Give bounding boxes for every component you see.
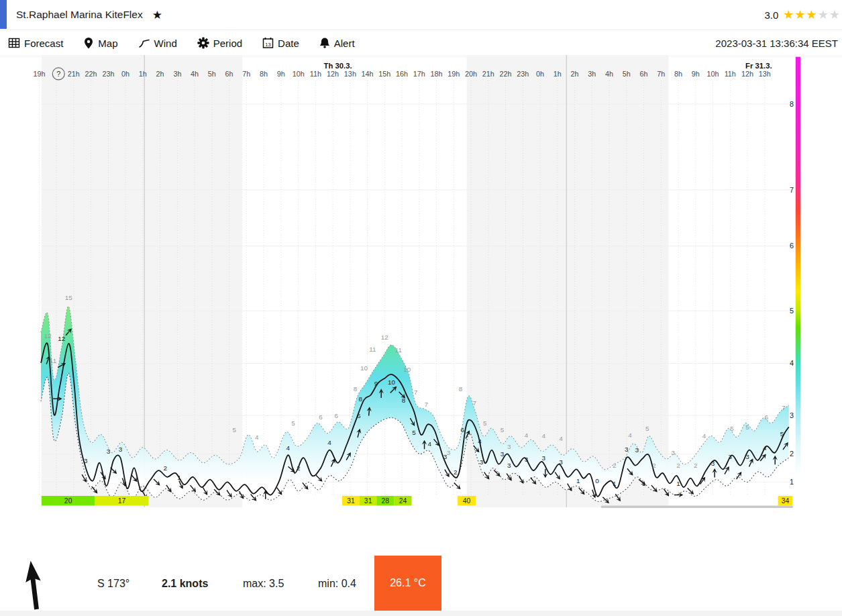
svg-text:7h: 7h [242, 70, 250, 78]
svg-text:1: 1 [642, 480, 646, 487]
svg-text:7: 7 [472, 399, 476, 407]
svg-text:1: 1 [613, 480, 617, 487]
scale-numbers: 87654321 [790, 100, 794, 486]
accent-strip [0, 0, 7, 29]
wind-speed-color-scale [796, 57, 800, 507]
wind-chart-svg[interactable]: 1512115456681011121110773875534442452322… [0, 55, 842, 557]
svg-text:4: 4 [763, 444, 767, 452]
rating-star-icon[interactable]: ★ [818, 8, 829, 21]
svg-text:6: 6 [357, 412, 361, 419]
svg-text:11: 11 [395, 346, 403, 354]
svg-text:1: 1 [177, 474, 181, 481]
svg-text:10: 10 [360, 364, 368, 372]
svg-text:?: ? [56, 70, 60, 78]
speed-stat: 2.1 knots [162, 557, 208, 611]
svg-text:0: 0 [595, 477, 599, 484]
wind-forecast-chart[interactable]: 1512115456681011121110773875534442452322… [0, 55, 842, 557]
svg-text:1: 1 [676, 480, 680, 487]
chart-scrollbar[interactable] [601, 505, 794, 508]
svg-text:12: 12 [381, 333, 389, 341]
svg-text:31: 31 [364, 497, 372, 505]
svg-text:4: 4 [628, 431, 632, 439]
rating-star-icon[interactable]: ★ [806, 8, 818, 21]
svg-text:3: 3 [729, 453, 733, 460]
svg-text:3: 3 [84, 457, 88, 464]
rating-star-icon[interactable]: ★ [794, 8, 806, 21]
svg-text:34: 34 [782, 497, 790, 505]
svg-text:9h: 9h [277, 70, 285, 78]
svg-text:8: 8 [790, 100, 794, 108]
svg-text:20: 20 [64, 497, 72, 505]
toolbar-item-forecast[interactable]: Forecast [8, 37, 63, 49]
svg-text:6h: 6h [640, 70, 648, 78]
svg-text:11: 11 [50, 357, 57, 364]
svg-text:3: 3 [745, 453, 749, 460]
svg-text:31: 31 [347, 497, 355, 505]
svg-text:6: 6 [334, 412, 338, 419]
svg-text:13: 13 [265, 42, 270, 48]
svg-text:4: 4 [525, 431, 529, 439]
svg-text:28: 28 [382, 497, 390, 505]
svg-text:4: 4 [559, 435, 563, 442]
svg-text:24: 24 [399, 497, 407, 505]
svg-text:16h: 16h [396, 70, 408, 78]
svg-text:17: 17 [118, 497, 126, 505]
svg-text:3: 3 [501, 450, 505, 458]
svg-text:4: 4 [478, 438, 482, 445]
star-icon[interactable]: ★ [152, 8, 162, 22]
svg-text:3: 3 [711, 460, 715, 467]
svg-text:4h: 4h [191, 70, 199, 78]
toolbar-item-wind[interactable]: Wind [138, 38, 177, 49]
svg-text:Fr 31.3.: Fr 31.3. [745, 62, 772, 70]
svg-text:2: 2 [613, 462, 617, 469]
toolbar-item-map[interactable]: Map [83, 37, 117, 49]
svg-text:Th 30.3.: Th 30.3. [324, 62, 352, 70]
svg-text:12: 12 [58, 335, 66, 342]
svg-text:3: 3 [525, 456, 529, 463]
toolbar-item-date[interactable]: 13Date [262, 37, 299, 49]
svg-text:2: 2 [454, 468, 458, 476]
svg-text:21h: 21h [68, 70, 80, 78]
svg-text:5: 5 [501, 426, 505, 433]
svg-text:3: 3 [507, 443, 511, 450]
svg-text:3: 3 [625, 446, 629, 453]
wind-direction-arrow [17, 557, 50, 612]
svg-text:4h: 4h [605, 70, 613, 78]
map-pin-icon [83, 37, 94, 49]
svg-text:3h: 3h [588, 70, 596, 78]
toolbar-item-period[interactable]: Period [197, 37, 242, 49]
toolbar-item-label: Wind [154, 38, 177, 49]
page-title: St.Raphael Marina KiteFlex [16, 9, 143, 21]
rating-star-icon[interactable]: ★ [783, 8, 794, 21]
rating-stars[interactable]: ★★★★★ [783, 7, 841, 22]
calendar-icon: 13 [262, 37, 274, 49]
svg-text:11h: 11h [310, 70, 321, 78]
gear-icon [197, 37, 209, 49]
svg-text:3: 3 [790, 411, 794, 419]
help-icon[interactable]: ? [52, 68, 64, 80]
svg-text:11: 11 [369, 346, 376, 353]
svg-text:6h: 6h [225, 70, 233, 78]
svg-text:13h: 13h [759, 70, 771, 78]
wind-icon [138, 38, 150, 48]
svg-text:14h: 14h [362, 70, 374, 78]
svg-text:10: 10 [388, 378, 396, 386]
svg-text:7h: 7h [657, 70, 665, 78]
svg-text:7: 7 [414, 389, 418, 396]
svg-text:19h: 19h [33, 70, 45, 78]
svg-text:2: 2 [652, 462, 656, 469]
svg-text:7: 7 [782, 404, 786, 411]
svg-text:11h: 11h [725, 70, 736, 78]
svg-text:2h: 2h [156, 70, 164, 78]
svg-text:8: 8 [402, 397, 406, 404]
hour-labels: 19h21h22h23h0h1h2h3h4h5h6h7h8h9h10h11h12… [33, 70, 770, 78]
svg-text:4: 4 [541, 432, 545, 440]
toolbar: ForecastMapWindPeriod13DateAlert 2023-03… [0, 30, 842, 56]
svg-text:3: 3 [541, 454, 545, 462]
svg-text:4: 4 [790, 359, 794, 367]
svg-text:2: 2 [164, 464, 168, 472]
toolbar-item-alert[interactable]: Alert [319, 37, 355, 49]
svg-text:22h: 22h [85, 70, 97, 78]
header-bar: St.Raphael Marina KiteFlex ★ 3.0 ★★★★★ [0, 0, 842, 30]
rating-star-icon[interactable]: ★ [829, 8, 841, 21]
